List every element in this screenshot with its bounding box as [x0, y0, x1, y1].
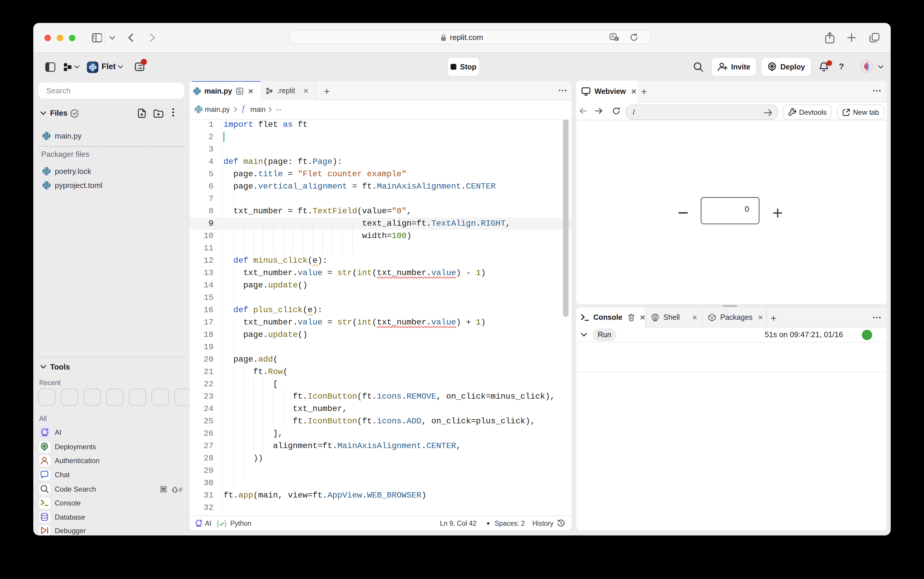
svg-text:x: x	[615, 37, 617, 41]
svg-text:A: A	[611, 34, 614, 39]
svg-text:F: F	[179, 486, 183, 493]
